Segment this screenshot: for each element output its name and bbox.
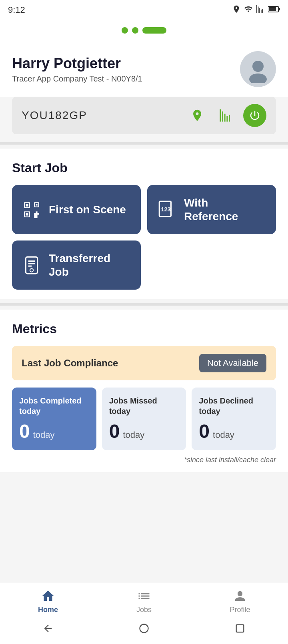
jobs-missed-card: Jobs Missed today 0 today xyxy=(102,388,186,450)
jobs-declined-value-row: 0 today xyxy=(199,420,269,442)
start-job-section: Start Job First on Scene 123 WithReferen… xyxy=(0,149,288,299)
start-job-title: Start Job xyxy=(12,161,276,175)
nav-home-label: Home xyxy=(38,606,58,614)
metrics-note: *since last install/cache clear xyxy=(12,456,276,464)
signal-icon xyxy=(256,5,265,16)
svg-text:123: 123 xyxy=(161,206,170,213)
profile-info: Harry Potgietter Tracer App Company Test… xyxy=(12,55,142,83)
first-on-scene-button[interactable]: First on Scene xyxy=(12,185,141,234)
jobs-completed-today: today xyxy=(33,430,55,440)
progress-dot-3 xyxy=(142,27,166,34)
jobs-declined-value: 0 xyxy=(199,420,210,442)
section-divider-1 xyxy=(0,142,288,145)
user-name: Harry Potgietter xyxy=(12,55,142,72)
compliance-bar: Last Job Compliance Not Available xyxy=(12,346,276,380)
jobs-declined-title: Jobs Declined today xyxy=(199,396,269,416)
battery-icon xyxy=(268,6,280,15)
nav-items: Home Jobs Profile xyxy=(0,583,288,618)
home-icon xyxy=(41,589,55,603)
recents-button[interactable] xyxy=(234,623,246,637)
status-time: 9:12 xyxy=(8,5,25,15)
metrics-title: Metrics xyxy=(12,322,276,336)
transfer-icon xyxy=(22,255,42,275)
location-icon xyxy=(232,5,241,16)
compliance-badge: Not Available xyxy=(199,354,266,372)
profile-section: Harry Potgietter Tracer App Company Test… xyxy=(0,43,288,97)
jobs-completed-value: 0 xyxy=(19,420,30,442)
svg-point-4 xyxy=(249,74,267,83)
with-reference-button[interactable]: 123 WithReference xyxy=(147,185,276,234)
power-button[interactable] xyxy=(243,104,266,127)
id-bar: YOU182GP xyxy=(12,97,276,134)
home-nav-button[interactable] xyxy=(138,623,150,637)
android-nav-bar xyxy=(0,618,288,644)
jobs-declined-today: today xyxy=(213,430,234,440)
signal-action-button[interactable] xyxy=(214,104,238,127)
nav-profile[interactable]: Profile xyxy=(192,589,288,614)
jobs-missed-today: today xyxy=(123,430,144,440)
status-icons xyxy=(232,5,280,16)
svg-point-3 xyxy=(252,61,264,72)
with-reference-label: WithReference xyxy=(184,196,238,223)
jobs-missed-value-row: 0 today xyxy=(109,420,179,442)
jobs-completed-title: Jobs Completed today xyxy=(19,396,89,416)
metrics-grid: Jobs Completed today 0 today Jobs Missed… xyxy=(12,388,276,450)
svg-point-12 xyxy=(140,624,148,633)
first-on-scene-label: First on Scene xyxy=(49,203,126,217)
jobs-missed-title: Jobs Missed today xyxy=(109,396,179,416)
status-bar: 9:12 xyxy=(0,0,288,20)
jobs-completed-card: Jobs Completed today 0 today xyxy=(12,388,96,450)
company-name: Tracer App Company Test - N00Y8/1 xyxy=(12,74,142,83)
progress-dot-1 xyxy=(122,27,128,34)
metrics-section: Metrics Last Job Compliance Not Availabl… xyxy=(0,310,288,472)
nav-profile-label: Profile xyxy=(230,606,250,614)
svg-rect-7 xyxy=(26,257,37,274)
svg-point-11 xyxy=(30,268,33,272)
section-divider-2 xyxy=(0,303,288,306)
nav-jobs[interactable]: Jobs xyxy=(96,589,192,614)
avatar[interactable] xyxy=(240,51,276,87)
svg-rect-1 xyxy=(269,7,276,11)
progress-indicator xyxy=(0,20,288,43)
wifi-icon xyxy=(244,5,253,16)
jobs-icon xyxy=(137,589,151,603)
nav-jobs-label: Jobs xyxy=(136,606,152,614)
job-buttons-grid: First on Scene 123 WithReference Transfe… xyxy=(12,185,276,290)
bottom-navigation: Home Jobs Profile xyxy=(0,583,288,644)
compliance-label: Last Job Compliance xyxy=(22,358,118,369)
jobs-completed-value-row: 0 today xyxy=(19,420,89,442)
transferred-job-label: Transferred Job xyxy=(49,252,131,278)
reference-icon: 123 xyxy=(157,200,177,220)
profile-icon xyxy=(233,589,247,603)
svg-rect-2 xyxy=(279,8,280,10)
vehicle-id: YOU182GP xyxy=(22,109,87,122)
back-button[interactable] xyxy=(42,623,54,637)
jobs-missed-value: 0 xyxy=(109,420,120,442)
progress-dot-2 xyxy=(132,27,138,34)
nav-home[interactable]: Home xyxy=(0,589,96,614)
svg-rect-13 xyxy=(236,625,244,632)
transferred-job-button[interactable]: Transferred Job xyxy=(12,241,141,290)
qr-scan-icon xyxy=(22,200,42,220)
location-action-button[interactable] xyxy=(186,104,209,127)
jobs-declined-card: Jobs Declined today 0 today xyxy=(192,388,276,450)
id-action-icons xyxy=(186,104,266,127)
